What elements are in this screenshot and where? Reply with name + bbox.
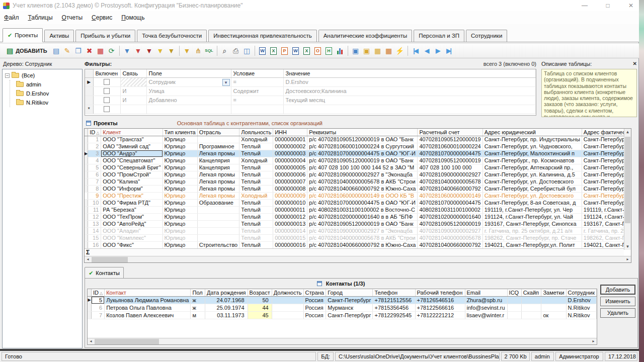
column-header[interactable]: Клиент (101, 129, 163, 136)
tree-root-item[interactable]: − (Все) (3, 71, 82, 80)
cell[interactable]: Лукьянова Людмила Романовна (105, 296, 191, 304)
filter-column-header[interactable]: Условие (231, 69, 283, 77)
filter-edit-button[interactable]: ▼ (133, 45, 144, 57)
cell[interactable]: ООО "Фирма РТД" (101, 199, 163, 206)
filter-value-cell[interactable]: Текущий месяц (283, 96, 536, 105)
cell[interactable]: Санкт-Петербург, 8-ая Советская, д (482, 199, 582, 206)
cell[interactable]: Санкт-Петербург, Серебристый бул (482, 185, 582, 192)
cell[interactable]: Юрлицо (163, 143, 197, 150)
cell[interactable]: Санкт-Петербург (326, 296, 373, 304)
cell[interactable]: Санкт-Петербург, ул. Калинина, д.5 (482, 171, 582, 178)
cell[interactable] (507, 311, 521, 319)
cell[interactable]: Юрлицо (163, 206, 197, 213)
column-header[interactable]: Заметки (541, 289, 566, 296)
find-button[interactable]: ⌕ (219, 45, 230, 57)
cell[interactable]: 0000000012 (273, 213, 307, 220)
cell[interactable]: Санкт-Петербург, Малоохтинский п (482, 150, 582, 157)
cell[interactable]: Теплый (239, 234, 273, 241)
projects-row[interactable]: 1ООО "Трансгаз"ЮрлицоХолодный0000000001р… (85, 136, 631, 143)
cell[interactable]: 2 (88, 143, 101, 150)
tab-contacts[interactable]: ✔ Контакты (85, 267, 124, 279)
cell[interactable] (521, 304, 541, 311)
cell[interactable]: 0000000004 (273, 157, 307, 164)
filter-column-header[interactable]: Включен (93, 69, 120, 77)
cell[interactable]: 0000000014 (273, 227, 307, 234)
cell[interactable]: 40702810600010000224 (418, 143, 482, 150)
cell[interactable] (507, 296, 521, 304)
menu-item[interactable]: Таблицы (28, 14, 53, 21)
cell[interactable]: Теплый (239, 143, 273, 150)
cell[interactable]: Юрлицо (163, 241, 197, 248)
cell[interactable]: Теплый (239, 206, 273, 213)
cell[interactable] (272, 304, 303, 311)
filter-column-header[interactable]: Значение (283, 69, 536, 77)
tab-employees[interactable]: Сотрудники (466, 30, 507, 42)
cell[interactable]: Юрлицо (163, 213, 197, 220)
cell[interactable]: р/с 40702810900000002927 в "Эконацба (307, 227, 418, 234)
export-html-button[interactable]: H (324, 45, 335, 57)
cell[interactable] (197, 213, 239, 220)
cell[interactable]: Канцелярия (197, 157, 239, 164)
cell[interactable]: Санкт-Петербург, ул. Достоевского (482, 192, 582, 199)
export-pdf-button[interactable]: P (279, 45, 290, 57)
filter-condition-cell[interactable]: = (231, 96, 283, 105)
cell[interactable] (521, 311, 541, 319)
minimize-button[interactable]: — (581, 2, 589, 9)
scrollbar-thumb[interactable] (95, 339, 159, 344)
report-excel-button[interactable]: X (301, 45, 312, 57)
projects-row[interactable]: 8ООО "Информ"ЮрлицоЛегкая промыТеплый000… (85, 185, 631, 192)
cell[interactable]: Санкт-Петербург, Аптекарский пр., (482, 164, 582, 171)
cell[interactable] (507, 304, 521, 311)
cell[interactable]: Россия (303, 296, 326, 304)
cell[interactable]: р/с 40702810400660000792 в Южно-Саха (307, 241, 418, 248)
report-word-button[interactable]: W (290, 45, 301, 57)
cell[interactable]: Юрлицо (163, 171, 197, 178)
cell[interactable]: 12 (88, 213, 101, 220)
cell[interactable]: Легкая промы (197, 150, 239, 157)
filter-delete-button[interactable]: ▼ (144, 45, 155, 57)
cell[interactable]: 0000000002 (273, 143, 307, 150)
cell[interactable]: ж (191, 296, 205, 304)
cell[interactable]: 40702810905120000019 (418, 220, 482, 227)
cell[interactable]: ООО "Информ" (101, 185, 163, 192)
cell[interactable]: р/с 40702810400000005678 в АКБ "Строи (307, 178, 418, 185)
filter-enabled-checkbox[interactable] (104, 97, 110, 103)
close-button[interactable]: ✕ (627, 2, 635, 9)
filter-field-cell[interactable]: Улица (146, 86, 231, 96)
cell[interactable]: Козлов Павел Алексеевич (105, 311, 191, 319)
filter-field-cell[interactable]: Добавлено (146, 96, 231, 105)
cell[interactable]: р/с 40702810905120000019 в ОАО "Банк (307, 136, 418, 143)
cell[interactable]: РА "Березка" (101, 206, 163, 213)
cell[interactable]: г. Гатчина, пр. 25 октября, д.21 а/я (482, 227, 582, 234)
tree-item-n-ritikov[interactable]: N.Ritikov (10, 98, 82, 107)
cell[interactable]: ок (541, 311, 566, 319)
cell[interactable]: 40702810900000002927 (418, 227, 482, 234)
add-contact-button[interactable]: Добавить (600, 285, 635, 295)
projects-row[interactable]: 16ООО "Фикс"ЮрлицоСтроительствоТеплый000… (85, 241, 631, 248)
cell[interactable]: 50 (248, 296, 272, 304)
export-word-button[interactable]: W (257, 45, 268, 57)
cell[interactable]: 0000000011 (273, 206, 307, 213)
column-header[interactable]: Должность (272, 289, 303, 296)
cell[interactable]: 193167, Санкт-Петербург, Синопска (482, 220, 582, 227)
cell[interactable]: р/с 40702810700000004475 в ОАО "ЮГ-И (307, 199, 418, 206)
cell[interactable]: +78122992545 (373, 311, 415, 319)
filter-condition-cell[interactable] (231, 105, 283, 114)
column-header[interactable]: Адрес юридический (482, 129, 582, 136)
cell[interactable]: р/с 40702810905120000019 в ОАО "Банк (307, 220, 418, 227)
cell[interactable]: Санкт-Петербург, ул. Чудновского, (482, 143, 582, 150)
filter-hierarchy-button[interactable]: ⋔ (193, 45, 204, 57)
cell[interactable]: N.Ritikov (566, 311, 596, 319)
projects-row[interactable]: 13ООО "АвтоРейд"ЮрлицоТеплый0000000013р/… (85, 220, 631, 227)
cell[interactable]: 0000000008 (273, 185, 307, 192)
cell[interactable] (541, 304, 566, 311)
projects-row[interactable]: 15ООО "Комплекс"ЮрлицоТеплый0000000015р/… (85, 234, 631, 241)
cell[interactable]: 11 (88, 206, 101, 213)
menu-item[interactable]: Файл (4, 14, 19, 21)
filter-field-cell[interactable] (146, 105, 231, 114)
cell[interactable]: Петрова Ольга Павловна (105, 304, 191, 311)
edit-record-button[interactable]: ✎ (62, 45, 73, 57)
cell[interactable]: 40702810400660000792 (418, 185, 482, 192)
contacts-row[interactable]: 7Козлов Павел Алексеевичм03.11.197345Рос… (88, 311, 597, 319)
tab-projects[interactable]: ✔Проекты (3, 28, 43, 42)
